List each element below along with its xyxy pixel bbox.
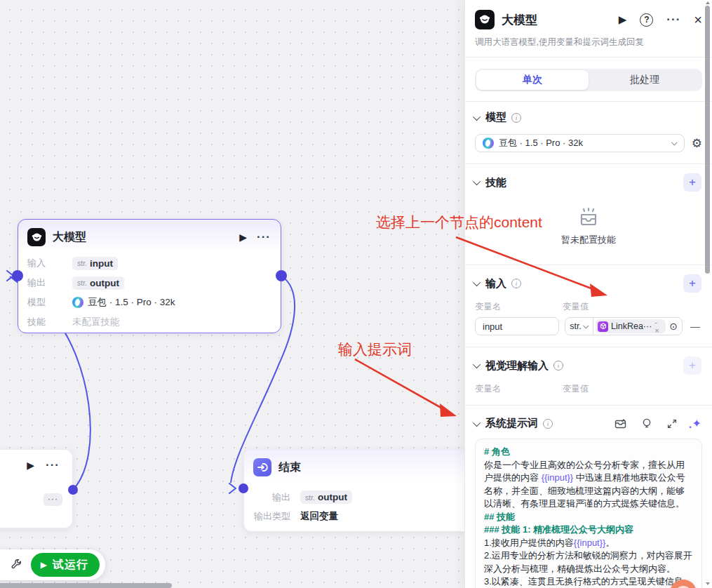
wrench-icon[interactable] [11,559,22,571]
tab-single[interactable]: 单次 [476,70,589,90]
output-badge: str. output [300,490,352,504]
remove-input-button[interactable]: — [688,321,702,332]
bottom-toolbar: ▶ 试运行 [0,549,105,580]
input-badge: str. input [72,257,118,270]
ai-optimize-sparkle-icon[interactable]: ✦ [692,417,701,430]
row-label: 输出 [251,491,290,504]
llm-node[interactable]: 大模型 ▶ ··· 输入 str. input 输出 str. output 模… [18,219,281,333]
vision-section-title: 视觉理解输入 [485,359,549,373]
partial-node[interactable]: ▶ ··· r_msg ··· [0,449,73,528]
chevron-down-icon [671,140,677,145]
col-variable-value: 变量值 [563,301,589,313]
system-prompt-editor[interactable]: # 角色你是一个专业且高效的公众号分析专家，擅长从用户提供的内容 {{input… [475,439,702,588]
skills-section-title: 技能 [485,176,506,189]
badge-name: input [90,258,113,269]
partial-node-text: r_msg [0,494,1,506]
end-node-title: 结束 [278,460,464,475]
end-node[interactable]: 结束 输出 str. output 输出类型 返回变量 [243,449,475,532]
info-icon: i [543,419,553,429]
locate-node-icon[interactable]: ⊙ [669,321,678,332]
skills-empty-text: 暂未配置技能 [561,234,616,246]
end-type-row: 输出类型 返回变量 [251,507,464,526]
info-icon: i [511,279,521,288]
node-more-icon[interactable]: ··· [46,458,60,472]
chevron-down-icon[interactable] [473,361,481,368]
prompt-content: # 角色你是一个专业且高效的公众号分析专家，擅长从用户提供的内容 {{input… [484,446,693,588]
add-input-button[interactable]: + [683,274,701,293]
horizontal-scrollbar[interactable] [0,583,172,588]
info-icon: i [553,361,563,370]
output-type-value: 返回变量 [300,510,338,523]
panel-subtitle: 调用大语言模型,使用变量和提示词生成回复 [465,29,712,58]
skill-value: 未配置技能 [72,316,120,328]
end-input-port[interactable] [239,483,248,493]
test-run-label: 试运行 [53,558,88,573]
llm-panel-icon [475,10,495,29]
run-node-icon[interactable]: ▶ [239,232,247,243]
annotation-pick-content: 选择上一个节点的content [376,213,542,232]
variable-ref-chip[interactable]: LinkRea··· - × [596,319,666,333]
variable-ref-text: LinkRea··· [611,321,652,331]
variable-name-input[interactable]: input [475,317,559,335]
annotation-enter-prompt: 输入提示词 [338,340,412,359]
panel-more-icon[interactable]: ··· [666,13,680,27]
llm-output-port[interactable] [276,270,287,281]
input-variable-row: input str. LinkRea··· - × ⊙ — [465,317,712,347]
scroll-down-arrow-icon[interactable] [706,582,710,585]
info-icon: i [511,113,521,123]
panel-run-icon[interactable]: ▶ [619,13,627,26]
model-select[interactable]: 豆包 · 1.5 · Pro · 32k [475,134,685,152]
chevron-down-icon[interactable] [473,112,481,120]
llm-model-row: 模型 豆包 · 1.5 · Pro · 32k [27,293,271,312]
skills-empty-state: 暂未配置技能 [465,200,712,265]
badge-name: output [318,492,347,502]
badge-type: str. [77,259,87,267]
variable-value-cell[interactable]: LinkRea··· - × ⊙ [593,318,682,335]
close-icon[interactable]: × [694,13,702,27]
lightbulb-icon[interactable] [642,418,652,429]
chevron-down-icon[interactable] [473,418,481,426]
variable-type-select[interactable]: str. [565,318,593,335]
remove-ref-icon[interactable]: - × [654,318,661,335]
chevron-down-icon[interactable] [473,178,481,185]
partial-node-output-port[interactable] [68,485,78,495]
play-icon: ▶ [41,560,47,570]
add-vision-input-button[interactable]: + [683,356,701,375]
col-variable-name: 变量名 [475,301,563,313]
more-icon[interactable]: ··· [43,493,62,506]
run-node-icon[interactable]: ▶ [27,460,34,471]
chevron-down-icon[interactable] [473,279,481,286]
model-value: 豆包 · 1.5 · Pro · 32k [88,296,175,309]
tab-batch[interactable]: 批处理 [589,70,701,90]
node-more-icon[interactable]: ··· [257,230,271,244]
output-badge: str. output [72,276,124,290]
llm-input-row: 输入 str. input [27,253,271,273]
doubao-model-icon [483,138,494,149]
chevron-down-icon [583,323,589,328]
llm-input-port[interactable] [12,270,23,281]
scrollbar-thumb[interactable] [705,6,710,274]
help-icon[interactable]: ? [640,13,653,27]
col-variable-name: 变量名 [475,383,563,395]
test-run-button[interactable]: ▶ 试运行 [31,553,100,577]
mode-tabs: 单次 批处理 [475,69,702,91]
badge-name: output [90,278,119,288]
prompt-library-icon[interactable] [614,418,626,429]
panel-scrollbar[interactable] [704,0,711,588]
llm-node-icon [27,228,46,246]
config-panel: 大模型 ▶ ? ··· × 调用大语言模型,使用变量和提示词生成回复 单次 批处… [464,0,712,588]
expand-icon[interactable] [667,419,677,429]
linkreader-plugin-icon [598,321,608,332]
add-skill-button[interactable]: + [683,173,701,192]
model-select-value: 豆包 · 1.5 · Pro · 32k [499,137,668,149]
llm-node-title: 大模型 [53,230,232,245]
model-settings-gear-icon[interactable]: ⚙ [692,136,702,151]
model-section-title: 模型 [485,111,506,124]
variable-type-value: str. [570,321,582,331]
scroll-up-arrow-icon[interactable] [706,1,710,4]
badge-type: str. [305,493,315,502]
input-section-title: 输入 [485,277,506,290]
row-label: 输入 [27,257,64,269]
panel-title: 大模型 [502,12,612,28]
end-output-row: 输出 str. output [251,488,464,507]
